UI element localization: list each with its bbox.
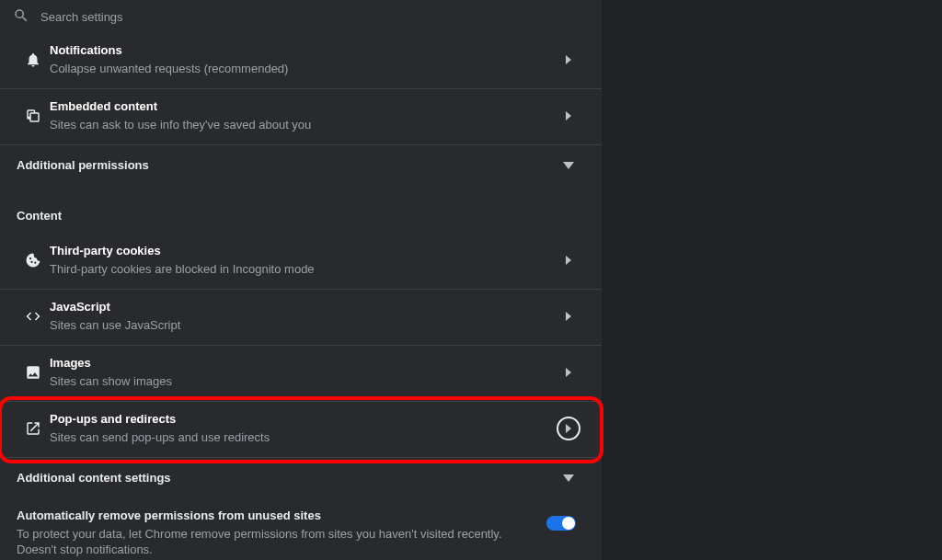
popup-icon: [17, 420, 50, 437]
expander-additional-content-settings[interactable]: Additional content settings: [0, 458, 602, 497]
search-bar[interactable]: [0, 0, 602, 33]
image-icon: [17, 364, 50, 381]
row-subtitle: Sites can show images: [50, 373, 545, 390]
row-subtitle: Sites can send pop-ups and use redirects: [50, 429, 545, 446]
expander-label: Additional permissions: [17, 158, 552, 172]
chevron-right-icon: [552, 55, 585, 64]
embedded-content-icon: [17, 108, 50, 124]
expander-additional-permissions[interactable]: Additional permissions: [0, 145, 602, 185]
row-popups-and-redirects[interactable]: Pop-ups and redirects Sites can send pop…: [0, 402, 602, 458]
chevron-down-icon: [552, 474, 585, 482]
settings-panel: Notifications Collapse unwanted requests…: [0, 0, 602, 560]
toggle-auto-remove[interactable]: [546, 516, 576, 531]
row-title: Images: [50, 355, 545, 371]
chevron-right-icon: [552, 256, 585, 265]
search-input[interactable]: [39, 9, 589, 25]
row-javascript[interactable]: JavaScript Sites can use JavaScript: [0, 290, 602, 346]
row-subtitle: To protect your data, let Chrome remove …: [17, 526, 532, 557]
code-icon: [17, 308, 50, 325]
row-subtitle: Collapse unwanted requests (recommended): [50, 61, 545, 77]
bell-icon: [17, 51, 50, 68]
row-title: Pop-ups and redirects: [50, 411, 545, 428]
row-subtitle: Third-party cookies are blocked in Incog…: [50, 261, 545, 278]
row-subtitle: Sites can use JavaScript: [50, 317, 545, 334]
search-icon: [13, 7, 29, 27]
row-title: JavaScript: [50, 299, 545, 315]
row-embedded-content[interactable]: Embedded content Sites can ask to use in…: [0, 89, 602, 145]
row-third-party-cookies[interactable]: Third-party cookies Third-party cookies …: [0, 234, 602, 290]
row-subtitle: Sites can ask to use info they've saved …: [50, 117, 545, 133]
row-title: Third-party cookies: [50, 243, 545, 259]
row-title: Embedded content: [50, 98, 545, 115]
row-notifications[interactable]: Notifications Collapse unwanted requests…: [0, 33, 602, 89]
cookie-icon: [17, 252, 50, 269]
expander-label: Additional content settings: [17, 471, 552, 485]
row-title: Automatically remove permissions from un…: [17, 509, 532, 522]
row-title: Notifications: [50, 42, 545, 59]
row-images[interactable]: Images Sites can show images: [0, 346, 602, 402]
chevron-right-icon: [552, 312, 585, 321]
chevron-right-icon: [552, 111, 585, 120]
chevron-right-icon: [552, 368, 585, 377]
section-heading-content: Content: [0, 185, 602, 234]
chevron-down-icon: [552, 162, 585, 169]
chevron-right-icon: [552, 424, 585, 433]
row-auto-remove-permissions: Automatically remove permissions from un…: [0, 497, 602, 560]
